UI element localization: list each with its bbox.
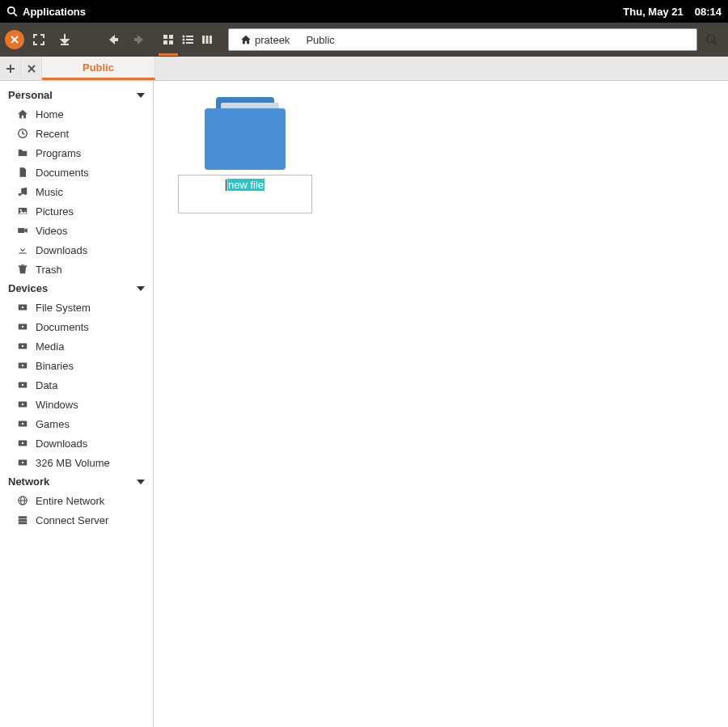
disk-icon <box>16 398 29 411</box>
sidebar-item-pictures[interactable]: Pictures <box>0 201 153 221</box>
tabbar: Public <box>0 57 728 81</box>
folder-icon <box>16 146 29 159</box>
download-icon <box>60 34 70 45</box>
sidebar-item-label: Data <box>36 379 57 391</box>
list-icon <box>182 34 193 45</box>
sidebar-item-windows[interactable]: Windows <box>0 395 153 414</box>
svg-rect-11 <box>163 35 167 39</box>
sidebar-item-downloads[interactable]: Downloads <box>0 240 153 260</box>
download-button[interactable] <box>53 28 76 51</box>
svg-rect-22 <box>206 36 209 44</box>
svg-rect-66 <box>19 519 28 522</box>
sidebar-item-connect-server[interactable]: Connect Server <box>0 510 153 530</box>
svg-point-35 <box>20 209 22 211</box>
svg-point-46 <box>22 326 23 328</box>
svg-rect-16 <box>186 36 193 37</box>
sidebar-item-label: Downloads <box>36 244 87 256</box>
search-icon <box>6 6 18 17</box>
sidebar-item-dev-documents[interactable]: Documents <box>0 317 153 336</box>
sidebar-item-home[interactable]: Home <box>0 104 153 124</box>
rename-input[interactable]: new file <box>178 175 312 213</box>
svg-point-48 <box>22 345 23 347</box>
svg-point-32 <box>19 193 22 197</box>
disk-icon <box>16 340 29 353</box>
sidebar-section-network[interactable]: Network <box>0 472 153 491</box>
svg-rect-21 <box>202 36 205 44</box>
close-window-button[interactable] <box>5 30 24 49</box>
close-icon <box>10 35 19 44</box>
close-icon <box>28 65 36 73</box>
tab-label: Public <box>83 61 114 74</box>
sidebar-section-personal[interactable]: Personal <box>0 86 153 104</box>
tab-public[interactable]: Public <box>42 57 155 80</box>
date-label: Thu, May 21 <box>623 6 683 18</box>
main: Personal Home Recent Programs Documents … <box>0 81 728 727</box>
sidebar-item-trash[interactable]: Trash <box>0 260 153 279</box>
sidebar-item-label: File System <box>36 302 91 314</box>
music-icon <box>16 185 29 198</box>
svg-rect-67 <box>19 522 28 524</box>
svg-marker-42 <box>137 286 145 291</box>
path-home-label: prateek <box>255 34 290 46</box>
sidebar-item-binaries[interactable]: Binaries <box>0 356 153 375</box>
svg-point-54 <box>22 404 23 405</box>
trash-icon <box>16 263 29 276</box>
sidebar-item-entire-network[interactable]: Entire Network <box>0 491 153 510</box>
sidebar-item-media[interactable]: Media <box>0 336 153 356</box>
fullscreen-button[interactable] <box>28 28 50 51</box>
view-icons-button[interactable] <box>159 28 178 51</box>
arrow-right-icon <box>132 32 146 47</box>
svg-point-60 <box>22 462 23 463</box>
svg-rect-65 <box>19 516 28 518</box>
sidebar-item-volume[interactable]: 326 MB Volume <box>0 453 153 472</box>
sidebar-item-label: Entire Network <box>36 495 104 507</box>
globe-icon <box>16 494 29 507</box>
columns-icon <box>201 34 213 45</box>
disk-icon <box>16 301 29 314</box>
view-columns-button[interactable] <box>197 28 217 51</box>
view-list-button[interactable] <box>178 28 197 51</box>
sidebar-item-dev-downloads[interactable]: Downloads <box>0 433 153 453</box>
sidebar-item-filesystem[interactable]: File System <box>0 298 153 317</box>
disk-icon <box>16 359 29 372</box>
sidebar-item-documents[interactable]: Documents <box>0 163 153 182</box>
plus-icon <box>6 64 15 74</box>
nav-forward-button[interactable] <box>128 28 150 51</box>
applications-menu[interactable]: Applications <box>6 6 86 18</box>
sidebar-item-data[interactable]: Data <box>0 375 153 395</box>
sidebar-item-programs[interactable]: Programs <box>0 143 153 163</box>
svg-point-58 <box>22 442 23 444</box>
svg-point-33 <box>24 192 28 196</box>
clock[interactable]: Thu, May 21 08:14 <box>623 6 722 18</box>
svg-point-56 <box>22 423 23 425</box>
sidebar-item-recent[interactable]: Recent <box>0 124 153 143</box>
path-segment-home[interactable]: prateek <box>234 32 296 48</box>
close-tab-button[interactable] <box>21 57 42 80</box>
toolbar: prateek Public <box>0 23 728 57</box>
svg-rect-12 <box>169 35 173 39</box>
file-view[interactable]: new file <box>154 81 728 727</box>
sidebar-item-games[interactable]: Games <box>0 414 153 433</box>
svg-rect-14 <box>169 40 173 44</box>
folder-item-new[interactable]: new file <box>178 97 312 213</box>
section-title: Network <box>8 476 49 488</box>
rename-text: new file <box>227 179 265 191</box>
nav-back-button[interactable] <box>102 28 125 51</box>
download-icon <box>16 243 29 256</box>
chevron-down-icon <box>137 286 145 291</box>
disk-icon <box>16 320 29 333</box>
disk-icon <box>16 417 29 430</box>
sidebar-section-devices[interactable]: Devices <box>0 279 153 298</box>
image-icon <box>16 205 29 218</box>
sidebar-item-videos[interactable]: Videos <box>0 221 153 240</box>
sidebar-item-label: Pictures <box>36 205 74 218</box>
search-button[interactable] <box>700 28 723 51</box>
svg-rect-18 <box>186 39 193 40</box>
path-segment-public[interactable]: Public <box>299 32 341 48</box>
sidebar-item-music[interactable]: Music <box>0 182 153 201</box>
video-icon <box>16 224 29 237</box>
pathbar[interactable]: prateek Public <box>228 28 697 51</box>
svg-rect-23 <box>210 36 212 44</box>
new-tab-button[interactable] <box>0 57 21 80</box>
svg-point-52 <box>22 384 23 386</box>
